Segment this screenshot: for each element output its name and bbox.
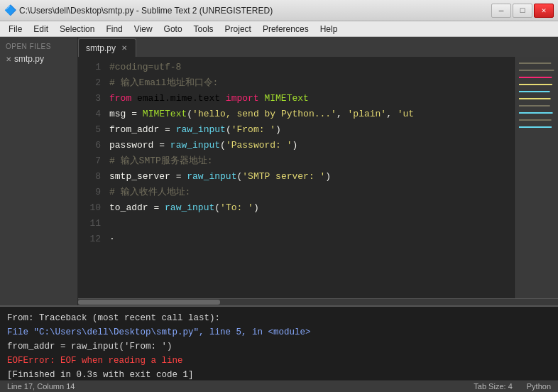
tab-close-icon[interactable]: ✕ <box>121 44 127 52</box>
code-line-10: to_addr = raw_input('To: ') <box>109 200 515 216</box>
code-line-1: #coding=utf-8 <box>109 60 515 75</box>
horizontal-scrollbar[interactable] <box>78 298 558 305</box>
tab-label: smtp.py <box>86 43 116 53</box>
main-area: OPEN FILES ✕ smtp.py smtp.py ✕ 123456789… <box>0 37 558 305</box>
code-line-2: # 输入Email地址和口令: <box>109 75 515 91</box>
code-line-3: from email.mime.text import MIMEText <box>109 91 515 107</box>
console-area: From: Traceback (most recent call last):… <box>0 305 558 380</box>
file-close-icon[interactable]: ✕ <box>6 55 11 63</box>
menu-item-tools[interactable]: Tools <box>188 23 219 36</box>
code-line-5: from_addr = raw_input('From: ') <box>109 122 515 138</box>
menu-item-preferences[interactable]: Preferences <box>257 23 314 36</box>
console-line: [Finished in 0.3s with exit code 1] <box>7 368 551 380</box>
console-line: from_addr = raw_input('From: ') <box>7 339 551 354</box>
sidebar: OPEN FILES ✕ smtp.py <box>0 37 78 305</box>
title-text: C:\Users\dell\Desktop\smtp.py - Sublime … <box>19 6 491 16</box>
tab-size: Tab Size: 4 <box>474 382 512 391</box>
editor-pane: smtp.py ✕ 123456789101112 #coding=utf-8#… <box>78 37 558 305</box>
menu-item-edit[interactable]: Edit <box>28 23 54 36</box>
code-area[interactable]: 123456789101112 #coding=utf-8# 输入Email地址… <box>78 57 558 298</box>
code-line-12: · <box>109 232 515 247</box>
menu-item-project[interactable]: Project <box>219 23 257 36</box>
console-line: File "C:\Users\dell\Desktop\smtp.py", li… <box>7 325 551 339</box>
editor-tab-smtp[interactable]: smtp.py ✕ <box>78 38 136 57</box>
code-line-8: smtp_server = raw_input('SMTP server: ') <box>109 169 515 185</box>
minimap <box>515 57 558 298</box>
tab-strip: smtp.py ✕ <box>78 37 558 57</box>
sidebar-filename: smtp.py <box>14 54 44 64</box>
menu-item-goto[interactable]: Goto <box>158 23 188 36</box>
code-line-9: # 输入收件人地址: <box>109 185 515 200</box>
code-line-11 <box>109 216 515 232</box>
minimize-button[interactable]: — <box>491 4 511 18</box>
console-line: EOFError: EOF when reading a line <box>7 354 551 368</box>
menu-item-view[interactable]: View <box>128 23 158 36</box>
menu-item-file[interactable]: File <box>3 23 28 36</box>
code-line-4: msg = MIMEText('hello, send by Python...… <box>109 107 515 122</box>
language: Python <box>527 382 551 391</box>
code-content[interactable]: #coding=utf-8# 输入Email地址和口令:from email.m… <box>104 57 515 298</box>
sidebar-file-smtp[interactable]: ✕ smtp.py <box>0 52 77 66</box>
app-icon: 🔷 <box>4 4 16 16</box>
cursor-position: Line 17, Column 14 <box>7 382 75 391</box>
menu-item-help[interactable]: Help <box>314 23 344 36</box>
scrollbar-thumb[interactable] <box>78 300 220 305</box>
menu-item-find[interactable]: Find <box>100 23 128 36</box>
menu-bar: FileEditSelectionFindViewGotoToolsProjec… <box>0 21 558 37</box>
console-line: From: Traceback (most recent call last): <box>7 311 551 325</box>
open-files-label: OPEN FILES <box>0 40 77 52</box>
menu-item-selection[interactable]: Selection <box>54 23 100 36</box>
code-line-6: password = raw_input('Password: ') <box>109 138 515 153</box>
window-controls: — □ ✕ <box>491 4 554 18</box>
title-bar: 🔷 C:\Users\dell\Desktop\smtp.py - Sublim… <box>0 0 558 21</box>
code-line-7: # 输入SMTP服务器地址: <box>109 153 515 169</box>
line-numbers: 123456789101112 <box>78 57 104 298</box>
close-button[interactable]: ✕ <box>534 4 554 18</box>
maximize-button[interactable]: □ <box>513 4 532 18</box>
status-bar: Line 17, Column 14 Tab Size: 4 Python <box>0 380 558 392</box>
